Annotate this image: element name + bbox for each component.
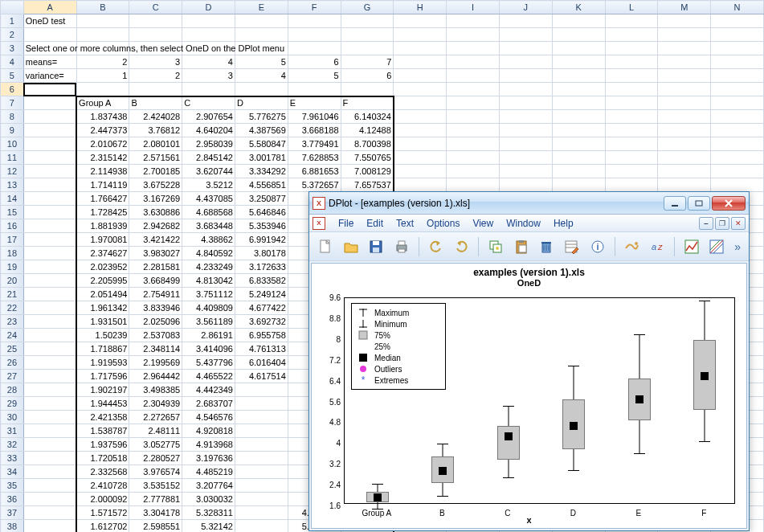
- cell-I1[interactable]: [447, 14, 500, 28]
- row-header-24[interactable]: 24: [1, 329, 24, 342]
- col-header-A[interactable]: A: [23, 1, 76, 14]
- cell-I9[interactable]: [447, 124, 500, 137]
- cell-B2[interactable]: [76, 28, 129, 42]
- cell-H4[interactable]: [394, 55, 447, 69]
- az-icon[interactable]: az: [646, 235, 668, 258]
- cell-B4[interactable]: 2: [76, 55, 129, 69]
- cell-N5[interactable]: [711, 69, 764, 83]
- row-header-32[interactable]: 32: [1, 438, 24, 452]
- cell-D18[interactable]: 4.840592: [182, 247, 235, 260]
- menu-window[interactable]: Window: [500, 216, 547, 231]
- cell-B25[interactable]: 1.718867: [76, 342, 129, 356]
- cell-I2[interactable]: [447, 28, 500, 42]
- row-header-35[interactable]: 35: [1, 479, 24, 493]
- cell-C5[interactable]: 2: [129, 69, 182, 83]
- cell-M13[interactable]: [658, 178, 711, 192]
- cell-B5[interactable]: 1: [76, 69, 129, 83]
- menu-view[interactable]: View: [466, 216, 500, 231]
- cell-H13[interactable]: [394, 178, 447, 192]
- cell-M10[interactable]: [658, 137, 711, 151]
- paste-icon[interactable]: [510, 235, 533, 258]
- cell-E5[interactable]: 4: [235, 69, 288, 83]
- cell-A33[interactable]: [23, 452, 76, 465]
- cell-C34[interactable]: 3.976574: [129, 465, 182, 479]
- cell-B21[interactable]: 2.051494: [76, 288, 129, 301]
- col-header-G[interactable]: G: [341, 1, 394, 14]
- maximize-button[interactable]: [688, 196, 710, 211]
- cell-C10[interactable]: 2.080101: [129, 137, 182, 151]
- cell-D29[interactable]: 2.683707: [182, 397, 235, 411]
- cell-F4[interactable]: 6: [288, 55, 341, 69]
- cell-C37[interactable]: 3.304178: [129, 506, 182, 520]
- cell-H1[interactable]: [394, 14, 447, 28]
- cell-L11[interactable]: [605, 151, 658, 165]
- cell-K8[interactable]: [552, 110, 605, 124]
- cell-G10[interactable]: 8.700398: [341, 137, 394, 151]
- cell-C24[interactable]: 2.537083: [129, 329, 182, 342]
- cell-C38[interactable]: 2.598551: [129, 520, 182, 533]
- cell-A2[interactable]: [23, 28, 76, 42]
- open-icon[interactable]: [340, 235, 362, 258]
- cell-B8[interactable]: 1.837438: [76, 110, 129, 124]
- cell-N2[interactable]: [711, 28, 764, 42]
- cell-G1[interactable]: [341, 14, 394, 28]
- cell-E19[interactable]: 3.172633: [235, 260, 288, 274]
- cell-K7[interactable]: [552, 96, 605, 110]
- cell-F8[interactable]: 7.961046: [288, 110, 341, 124]
- cell-C25[interactable]: 2.348114: [129, 342, 182, 356]
- cell-K3[interactable]: [552, 42, 605, 55]
- row-header-17[interactable]: 17: [1, 233, 24, 247]
- cell-J2[interactable]: [499, 28, 552, 42]
- cell-D31[interactable]: 4.920818: [182, 424, 235, 438]
- cell-C4[interactable]: 3: [129, 55, 182, 69]
- col-header-E[interactable]: E: [235, 1, 288, 14]
- cell-A27[interactable]: [23, 370, 76, 383]
- cell-J5[interactable]: [499, 69, 552, 83]
- row-header-31[interactable]: 31: [1, 424, 24, 438]
- cell-A25[interactable]: [23, 342, 76, 356]
- cell-A15[interactable]: [23, 206, 76, 219]
- cell-C22[interactable]: 3.833946: [129, 301, 182, 315]
- cell-E10[interactable]: 5.580847: [235, 137, 288, 151]
- cell-I6[interactable]: [447, 83, 500, 96]
- col-header-H[interactable]: H: [394, 1, 447, 14]
- cell-A35[interactable]: [23, 479, 76, 493]
- cell-B36[interactable]: 2.000092: [76, 493, 129, 506]
- cell-E23[interactable]: 3.692732: [235, 315, 288, 329]
- cell-K6[interactable]: [552, 83, 605, 96]
- cell-N7[interactable]: [711, 96, 764, 110]
- col-header-I[interactable]: I: [447, 1, 500, 14]
- mdi-restore-button[interactable]: ❐: [715, 217, 729, 230]
- cell-E30[interactable]: [235, 411, 288, 424]
- cell-C19[interactable]: 2.281581: [129, 260, 182, 274]
- menu-edit[interactable]: Edit: [360, 216, 390, 231]
- cell-G4[interactable]: 7: [341, 55, 394, 69]
- cell-E38[interactable]: [235, 520, 288, 533]
- cell-L1[interactable]: [605, 14, 658, 28]
- cell-B32[interactable]: 1.937596: [76, 438, 129, 452]
- row-header-10[interactable]: 10: [1, 137, 24, 151]
- cell-A32[interactable]: [23, 438, 76, 452]
- cell-A17[interactable]: [23, 233, 76, 247]
- row-header-27[interactable]: 27: [1, 370, 24, 383]
- row-header-3[interactable]: 3: [1, 42, 24, 55]
- cell-M7[interactable]: [658, 96, 711, 110]
- col-header-M[interactable]: M: [658, 1, 711, 14]
- cell-L8[interactable]: [605, 110, 658, 124]
- row-header-23[interactable]: 23: [1, 315, 24, 329]
- cell-M12[interactable]: [658, 165, 711, 178]
- cell-I13[interactable]: [447, 178, 500, 192]
- cell-D20[interactable]: 4.813042: [182, 274, 235, 288]
- cell-E16[interactable]: 5.353946: [235, 219, 288, 233]
- cell-B34[interactable]: 2.332568: [76, 465, 129, 479]
- cell-H2[interactable]: [394, 28, 447, 42]
- cell-C2[interactable]: [129, 28, 182, 42]
- cell-C26[interactable]: 2.199569: [129, 356, 182, 370]
- cell-A23[interactable]: [23, 315, 76, 329]
- cell-I4[interactable]: [447, 55, 500, 69]
- cell-G8[interactable]: 6.140324: [341, 110, 394, 124]
- cell-E36[interactable]: [235, 493, 288, 506]
- cell-J3[interactable]: [499, 42, 552, 55]
- cell-A20[interactable]: [23, 274, 76, 288]
- col-header-N[interactable]: N: [711, 1, 764, 14]
